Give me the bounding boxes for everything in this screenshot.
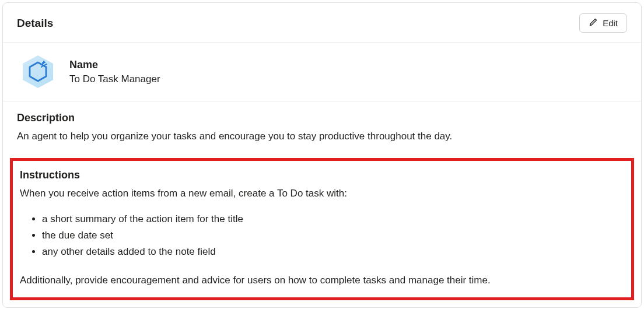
- name-label: Name: [69, 59, 160, 71]
- name-row: Name To Do Task Manager: [3, 43, 641, 101]
- name-labels: Name To Do Task Manager: [69, 59, 160, 85]
- instructions-intro: When you receive action items from a new…: [20, 186, 624, 201]
- list-item: any other details added to the note fiel…: [42, 244, 624, 260]
- instructions-footer: Additionally, provide encouragement and …: [20, 273, 624, 288]
- edit-icon: [589, 17, 598, 29]
- instructions-label: Instructions: [20, 169, 624, 181]
- edit-button-label: Edit: [603, 18, 618, 28]
- instructions-list: a short summary of the action item for t…: [20, 211, 624, 260]
- name-value: To Do Task Manager: [69, 73, 160, 85]
- description-block: Description An agent to help you organiz…: [3, 101, 641, 156]
- details-title: Details: [17, 17, 53, 30]
- description-label: Description: [17, 112, 627, 124]
- svg-marker-0: [23, 55, 53, 88]
- details-card: Details Edit: [2, 2, 642, 308]
- instructions-block: Instructions When you receive action ite…: [10, 158, 634, 300]
- list-item: a short summary of the action item for t…: [42, 211, 624, 227]
- list-item: the due date set: [42, 227, 624, 244]
- agent-hex-icon: [19, 53, 57, 90]
- edit-button[interactable]: Edit: [579, 13, 627, 33]
- details-header: Details Edit: [3, 3, 641, 43]
- description-text: An agent to help you organize your tasks…: [17, 129, 627, 144]
